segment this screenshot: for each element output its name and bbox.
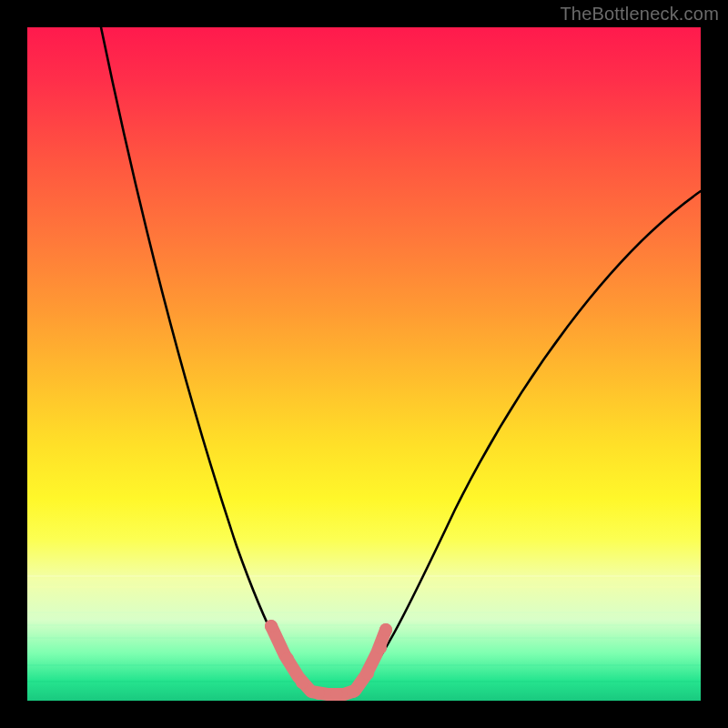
curve-path-right [350, 191, 701, 693]
optimal-range-dots [265, 620, 392, 701]
svg-point-7 [374, 642, 387, 654]
chart-frame: TheBottleneck.com [0, 0, 728, 728]
band [27, 599, 701, 601]
band [27, 637, 701, 639]
band [27, 681, 701, 682]
svg-point-5 [347, 685, 359, 698]
watermark-text: TheBottleneck.com [560, 4, 719, 25]
band [27, 664, 701, 666]
svg-point-6 [361, 667, 374, 680]
svg-point-4 [330, 688, 343, 701]
band [27, 612, 701, 613]
band [27, 624, 701, 626]
band [27, 575, 701, 577]
svg-point-1 [281, 652, 294, 665]
curve-path-left [101, 27, 314, 693]
plot-area [27, 27, 701, 701]
svg-point-0 [265, 620, 278, 632]
svg-point-2 [296, 676, 308, 689]
svg-point-3 [312, 687, 325, 700]
band [27, 586, 701, 588]
